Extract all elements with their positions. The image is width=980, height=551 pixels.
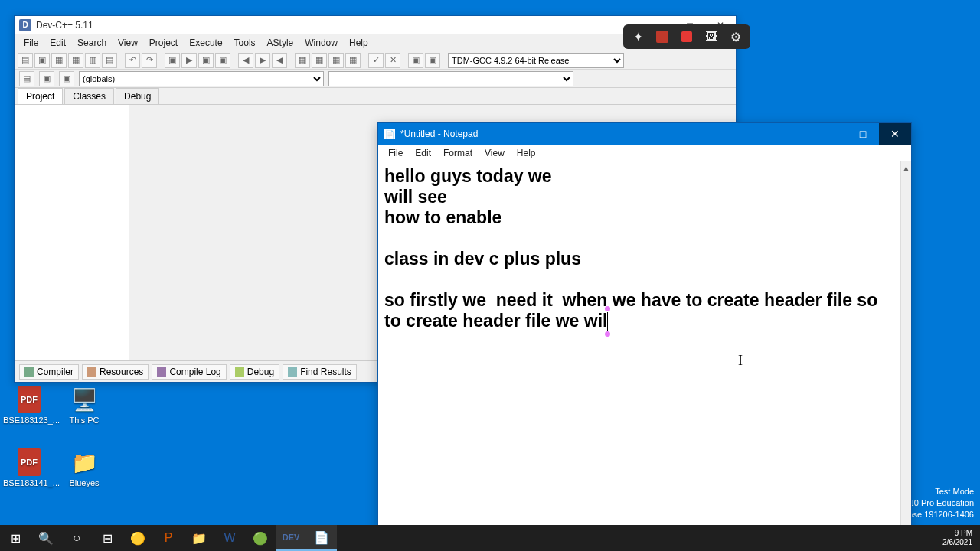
clock-date: 2/6/2021 bbox=[942, 538, 972, 547]
folder-icon: 📁 bbox=[70, 448, 98, 476]
clock-time: 9 PM bbox=[942, 529, 972, 538]
rebuild-button[interactable]: ▣ bbox=[215, 53, 230, 68]
gear-icon[interactable]: ⚙ bbox=[727, 28, 744, 45]
picture-icon[interactable]: 🖼 bbox=[703, 28, 720, 45]
menu-edit[interactable]: Edit bbox=[45, 36, 70, 50]
stop-button[interactable]: ▶ bbox=[255, 53, 270, 68]
project-tree[interactable] bbox=[15, 105, 129, 360]
notepad-window[interactable]: 📄 *Untitled - Notepad — □ ✕ File Edit Fo… bbox=[377, 122, 912, 542]
menu-project[interactable]: Project bbox=[145, 36, 182, 50]
grid4-button[interactable]: ▦ bbox=[345, 53, 361, 68]
screen-recorder-toolbar[interactable]: ✦ 🖼 ⚙ bbox=[623, 24, 750, 49]
goto-button[interactable]: ▣ bbox=[408, 53, 423, 68]
word-icon[interactable]: W bbox=[214, 525, 245, 551]
bookmark-button[interactable]: ▣ bbox=[59, 71, 74, 86]
minimize-button[interactable]: — bbox=[815, 123, 847, 145]
tab-find-results[interactable]: Find Results bbox=[283, 364, 357, 380]
tab-resources[interactable]: Resources bbox=[82, 364, 149, 380]
check-button[interactable]: ✓ bbox=[368, 53, 384, 68]
notepad-menubar: File Edit Format View Help bbox=[378, 145, 911, 161]
cancel-button[interactable]: ✕ bbox=[385, 53, 400, 68]
left-panel-tabs: Project Classes Debug bbox=[15, 88, 736, 105]
mouse-ibeam-cursor: I bbox=[738, 353, 743, 369]
devcpp-task-icon[interactable]: DEV bbox=[276, 525, 306, 551]
devcpp-title: Dev-C++ 5.11 bbox=[36, 20, 93, 31]
resources-icon bbox=[87, 367, 96, 377]
save-all-button[interactable]: ▦ bbox=[68, 53, 83, 68]
notepad-textarea[interactable]: hello guys today we will see how to enab… bbox=[378, 161, 900, 541]
menu-view[interactable]: View bbox=[113, 36, 142, 50]
print-button[interactable]: ▤ bbox=[102, 53, 117, 68]
desktop-icon-blueyes[interactable]: 📁 Blueyes bbox=[58, 448, 110, 487]
back-button[interactable]: ▤ bbox=[19, 71, 34, 86]
menu-tools[interactable]: Tools bbox=[230, 36, 260, 50]
debug-button[interactable]: ◀ bbox=[238, 53, 253, 68]
save-button[interactable]: ▦ bbox=[51, 53, 67, 68]
menu-view[interactable]: View bbox=[479, 146, 510, 160]
task-view-button[interactable]: ⊟ bbox=[92, 525, 122, 551]
chrome-icon[interactable]: 🟡 bbox=[122, 525, 153, 551]
devcpp-toolbar: ▤ ▣ ▦ ▦ ▥ ▤ ↶ ↷ ▣ ▶ ▣ ▣ ◀ ▶ ◀ ▦ ▦ ▦ ▦ ✓ … bbox=[15, 51, 736, 70]
close-button[interactable]: ✕ bbox=[879, 123, 911, 145]
compile-run-button[interactable]: ▣ bbox=[198, 53, 214, 68]
menu-format[interactable]: Format bbox=[438, 146, 478, 160]
compiler-combo[interactable]: TDM-GCC 4.9.2 64-bit Release bbox=[448, 53, 624, 68]
new-file-button[interactable]: ▤ bbox=[18, 53, 33, 68]
notepad-task-icon[interactable]: 📄 bbox=[306, 525, 337, 551]
notepad-titlebar[interactable]: 📄 *Untitled - Notepad — □ ✕ bbox=[378, 123, 911, 145]
tab-debug[interactable]: Debug bbox=[116, 88, 159, 104]
tab-compile-log[interactable]: Compile Log bbox=[152, 364, 226, 380]
windows-taskbar[interactable]: ⊞ 🔍 ○ ⊟ 🟡 P 📁 W 🟢 DEV 📄 9 PM 2/6/2021 bbox=[0, 525, 980, 551]
maximize-button[interactable]: □ bbox=[847, 123, 879, 145]
devcpp-toolbar2: ▤ ▣ ▣ (globals) bbox=[15, 70, 736, 88]
menu-astyle[interactable]: AStyle bbox=[263, 36, 299, 50]
globals-combo[interactable]: (globals) bbox=[79, 71, 324, 86]
menu-file[interactable]: File bbox=[383, 146, 408, 160]
start-button[interactable]: ⊞ bbox=[0, 525, 31, 551]
cortana-button[interactable]: ○ bbox=[61, 525, 92, 551]
menu-window[interactable]: Window bbox=[300, 36, 342, 50]
goto2-button[interactable]: ▣ bbox=[425, 53, 440, 68]
menu-edit[interactable]: Edit bbox=[410, 146, 436, 160]
run-button[interactable]: ▶ bbox=[181, 53, 197, 68]
fwd-button[interactable]: ▣ bbox=[39, 71, 54, 86]
tab-debug-bottom[interactable]: Debug bbox=[230, 364, 279, 380]
profile-button[interactable]: ◀ bbox=[272, 53, 287, 68]
menu-help[interactable]: Help bbox=[345, 36, 373, 50]
record-icon[interactable] bbox=[678, 28, 695, 45]
grid3-button[interactable]: ▦ bbox=[328, 53, 344, 68]
file-explorer-icon[interactable]: 📁 bbox=[184, 525, 214, 551]
undo-button[interactable]: ↶ bbox=[125, 53, 140, 68]
menu-search[interactable]: Search bbox=[73, 36, 111, 50]
grid-button[interactable]: ▦ bbox=[295, 53, 310, 68]
menu-execute[interactable]: Execute bbox=[185, 36, 227, 50]
tab-classes[interactable]: Classes bbox=[64, 88, 114, 104]
system-tray[interactable]: 9 PM 2/6/2021 bbox=[935, 529, 980, 547]
powerpoint-icon[interactable]: P bbox=[153, 525, 184, 551]
star-icon[interactable]: ✦ bbox=[629, 28, 646, 45]
redo-button[interactable]: ↷ bbox=[142, 53, 157, 68]
notepad-text: hello guys today we will see how to enab… bbox=[384, 166, 877, 331]
open-button[interactable]: ▣ bbox=[34, 53, 50, 68]
pdf-icon: PDF bbox=[18, 448, 41, 476]
members-combo[interactable] bbox=[328, 71, 573, 86]
close-file-button[interactable]: ▥ bbox=[85, 53, 100, 68]
desktop-icon-pdf2[interactable]: PDF BSE183141_... bbox=[3, 448, 55, 487]
search-button[interactable]: 🔍 bbox=[31, 525, 61, 551]
chrome2-icon[interactable]: 🟢 bbox=[245, 525, 276, 551]
compile-button[interactable]: ▣ bbox=[165, 53, 180, 68]
tab-compiler[interactable]: Compiler bbox=[19, 364, 79, 380]
pc-icon: 🖥️ bbox=[70, 386, 98, 413]
desktop-icon-pdf1[interactable]: PDF BSE183123_... bbox=[3, 386, 55, 425]
notepad-scrollbar[interactable]: ▲ bbox=[900, 161, 911, 541]
menu-help[interactable]: Help bbox=[511, 146, 541, 160]
camera-icon[interactable] bbox=[654, 28, 671, 45]
notepad-app-icon: 📄 bbox=[384, 129, 395, 139]
grid2-button[interactable]: ▦ bbox=[312, 53, 327, 68]
desktop-icon-this-pc[interactable]: 🖥️ This PC bbox=[58, 386, 110, 425]
devcpp-app-icon: D bbox=[19, 19, 31, 31]
pdf-icon: PDF bbox=[18, 386, 41, 413]
menu-file[interactable]: File bbox=[19, 36, 43, 50]
tab-project[interactable]: Project bbox=[18, 88, 63, 104]
scroll-up-icon[interactable]: ▲ bbox=[901, 161, 911, 174]
